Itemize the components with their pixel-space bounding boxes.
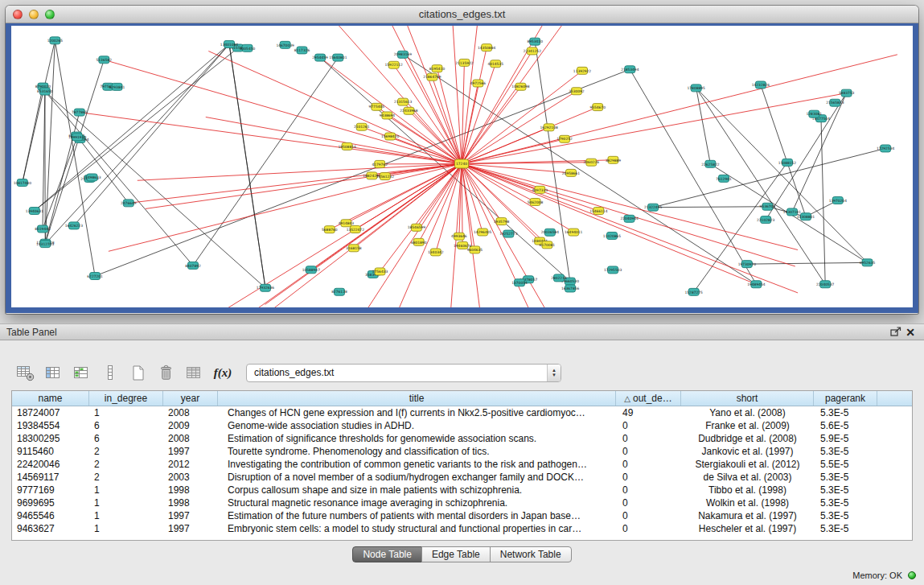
column-header-title[interactable]: title: [218, 391, 616, 406]
import-table-icon[interactable]: [183, 362, 206, 383]
graph-node[interactable]: 8953410: [527, 38, 543, 45]
rows-icon[interactable]: [99, 362, 121, 383]
graph-node[interactable]: 19489454: [747, 281, 766, 288]
graph-node[interactable]: 20036584: [541, 229, 560, 236]
graph-node[interactable]: 3530092: [569, 88, 585, 95]
graph-node[interactable]: 14350884: [478, 44, 496, 51]
graph-node[interactable]: 6952635: [860, 259, 876, 266]
graph-node[interactable]: 4014535: [487, 60, 503, 68]
column-header-pagerank[interactable]: pagerank: [814, 391, 877, 406]
graph-node[interactable]: 10588947: [302, 266, 321, 274]
graph-node[interactable]: 22433968: [400, 107, 418, 114]
table-row[interactable]: 1938455462009Genome-wide association stu…: [12, 419, 912, 432]
graph-node[interactable]: 6801890: [411, 238, 427, 245]
column-header-in-degree[interactable]: in_degree: [89, 391, 163, 406]
graph-node[interactable]: 15287275: [685, 288, 704, 295]
graph-node[interactable]: 2101261: [354, 123, 370, 130]
column-header-name[interactable]: name: [12, 391, 89, 406]
graph-node[interactable]: 9536706: [760, 203, 776, 210]
graph-node[interactable]: 8117326: [294, 47, 310, 54]
graph-node[interactable]: 4993646: [451, 233, 467, 240]
graph-node[interactable]: 1883753: [839, 89, 855, 97]
table-row[interactable]: 2242004622012Investigating the contribut…: [12, 458, 912, 471]
graph-node[interactable]: 6227201: [87, 273, 103, 280]
combo-stepper-icon[interactable]: ▲▼: [547, 365, 561, 381]
function-builder-icon[interactable]: f(x): [211, 362, 234, 383]
graph-node[interactable]: 15088152: [778, 159, 797, 166]
graph-node[interactable]: 17292534: [877, 145, 895, 152]
window-titlebar[interactable]: citations_edges.txt: [6, 6, 918, 23]
graph-node[interactable]: 17932636: [257, 284, 275, 291]
graph-node[interactable]: 15466114: [589, 208, 608, 215]
graph-node[interactable]: 8276128: [331, 288, 347, 295]
graph-node[interactable]: 1935798: [494, 218, 510, 225]
graph-node[interactable]: 1790252: [556, 135, 573, 142]
graph-node[interactable]: 17240: [455, 159, 469, 168]
graph-node[interactable]: 11392922: [573, 67, 592, 74]
table-row[interactable]: 1456911722003Disruption of a novel membe…: [12, 471, 912, 484]
close-panel-icon[interactable]: ✕: [903, 326, 918, 339]
graph-node[interactable]: 11020865: [603, 232, 622, 239]
graph-node[interactable]: 16426223: [65, 222, 84, 229]
graph-node[interactable]: 5688760: [322, 226, 338, 233]
column-header-year[interactable]: year: [163, 391, 218, 406]
graph-node[interactable]: 22625822: [701, 160, 720, 167]
graph-node[interactable]: 15640801: [329, 54, 347, 61]
graph-node[interactable]: 9775405: [369, 103, 385, 110]
table-row[interactable]: 946362711997Embryonic stem cells: a mode…: [12, 522, 912, 535]
graph-node[interactable]: 2476649: [121, 200, 137, 207]
new-table-icon[interactable]: [127, 362, 150, 383]
zoom-window-button[interactable]: [45, 10, 55, 19]
graph-node[interactable]: 4972566: [470, 80, 487, 87]
graph-node[interactable]: 9554670: [589, 104, 606, 111]
graph-node[interactable]: 14296405: [474, 229, 492, 236]
graph-node[interactable]: 21864799: [423, 73, 441, 80]
graph-node[interactable]: 19730970: [738, 261, 757, 268]
table-selector-combo[interactable]: citations_edges.txt ▲▼: [246, 364, 561, 382]
graph-node[interactable]: 1200265: [47, 37, 64, 44]
tab-edge-table[interactable]: Edge Table: [421, 546, 491, 562]
graph-node[interactable]: 7612901: [716, 175, 732, 182]
edit-columns-icon[interactable]: [71, 362, 93, 383]
graph-node[interactable]: 1340342: [428, 249, 444, 256]
graph-node[interactable]: 10308801: [797, 213, 815, 220]
graph-node[interactable]: 10817480: [14, 179, 32, 187]
graph-node[interactable]: 2954459: [312, 54, 328, 61]
graph-node[interactable]: 14312703: [36, 241, 55, 248]
graph-node[interactable]: 17295503: [604, 266, 622, 274]
graph-node[interactable]: 6293841: [109, 83, 125, 90]
graph-node[interactable]: 14670039: [276, 41, 294, 48]
table-row[interactable]: 977716911998Corpus callosum shape and si…: [12, 484, 912, 496]
graph-node[interactable]: 19252773: [499, 230, 518, 237]
graph-node[interactable]: 22102823: [757, 216, 775, 224]
graph-node[interactable]: 21322495: [644, 204, 663, 211]
graph-node[interactable]: 8195410: [429, 65, 446, 72]
graph-node[interactable]: 17808895: [688, 84, 706, 92]
graph-node[interactable]: 3168158: [346, 245, 362, 252]
graph-node[interactable]: 16367856: [561, 285, 580, 292]
graph-node[interactable]: 14561232: [376, 173, 395, 180]
graph-node[interactable]: 5136582: [97, 56, 113, 64]
table-row[interactable]: 969969511998Structural magnetic resonanc…: [12, 496, 912, 509]
graph-node[interactable]: 13970204: [829, 196, 848, 204]
graph-node[interactable]: 1370054: [511, 279, 528, 286]
graph-node[interactable]: 21315613: [394, 98, 413, 105]
graph-node[interactable]: 13940631: [26, 208, 44, 215]
close-window-button[interactable]: [13, 10, 23, 19]
float-panel-icon[interactable]: [889, 326, 903, 339]
column-header-short[interactable]: short: [681, 391, 814, 406]
graph-node[interactable]: 16494011: [565, 229, 583, 236]
graph-node[interactable]: 21135922: [455, 59, 474, 66]
table-row[interactable]: 1830029562008Estimation of significance …: [12, 432, 912, 445]
graph-node[interactable]: 15922112: [385, 61, 404, 68]
table-row[interactable]: 946554611997Estimation of the future num…: [12, 509, 912, 522]
graph-node[interactable]: 20958661: [562, 169, 581, 176]
graph-node[interactable]: 20983169: [394, 51, 413, 58]
delete-table-icon[interactable]: [155, 362, 178, 383]
graph-node[interactable]: 6170081: [540, 241, 556, 249]
graph-node[interactable]: 2060226: [584, 159, 600, 166]
graph-node[interactable]: 18546599: [408, 224, 426, 231]
graph-node[interactable]: 5462008: [528, 198, 544, 205]
column-header-out-degree[interactable]: △out_de…: [616, 391, 681, 406]
graph-node[interactable]: 8531650: [37, 88, 53, 95]
